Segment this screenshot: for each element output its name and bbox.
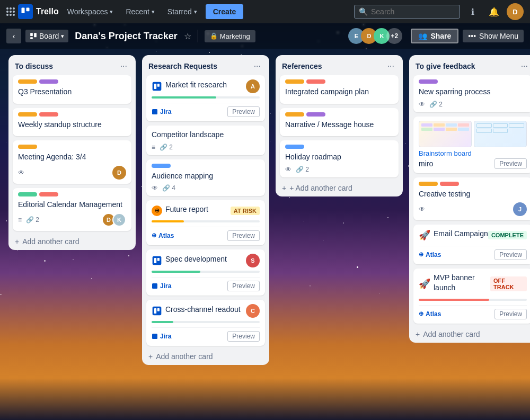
search-input[interactable]: [371, 7, 445, 16]
complete-badge: COMPLETE: [488, 231, 527, 239]
card-email-campaign[interactable]: 🚀 Email Campaign COMPLETE ⊕ Atlas Previe…: [413, 225, 530, 264]
label-orange: [18, 112, 37, 117]
preview-button[interactable]: Preview: [494, 249, 527, 260]
card-editorial-calendar[interactable]: Editorial Calendar Management ≡ 🔗 2 D K: [13, 188, 131, 231]
card-title: Creative testing: [419, 189, 527, 200]
card-title: Narrative / Message house: [285, 120, 393, 130]
card-cross-channel[interactable]: Cross-channel readout C Jira Preview: [146, 300, 265, 346]
search-box[interactable]: 🔍: [354, 5, 460, 19]
notifications-button[interactable]: 🔔: [485, 3, 502, 20]
attachment-icon: 🔗 2: [296, 166, 309, 173]
card-title: Editorial Calendar Management: [18, 200, 126, 210]
card-title: Email Campaign: [434, 229, 488, 239]
card-title: Q3 Presentation: [18, 87, 126, 97]
card-market-fit[interactable]: Market fit research A Jira Preview: [146, 75, 265, 121]
card-meeting-agenda[interactable]: Meeting Agenda: 3/4 👁 D: [13, 140, 131, 184]
label-red: [39, 112, 58, 117]
card-narrative-message[interactable]: Narrative / Message house: [280, 108, 399, 137]
card-integration: ⊕ Atlas Preview: [419, 305, 527, 319]
column-cards: New sparring process 👁 🔗 2: [409, 75, 530, 326]
column-menu-button[interactable]: ···: [385, 60, 396, 72]
card-title: Future report: [165, 204, 208, 215]
show-menu-button[interactable]: ••• Show Menu: [463, 30, 524, 42]
watch-icon: 👁: [285, 166, 292, 173]
label-orange: [285, 112, 304, 117]
board-type-button[interactable]: Board ▾: [25, 30, 68, 42]
card-weekly-standup[interactable]: Weekly standup structure: [13, 108, 131, 137]
card-title: Cross-channel readout: [165, 305, 241, 315]
info-button[interactable]: ℹ: [464, 3, 481, 20]
column-title: References: [282, 62, 322, 70]
trello-logo[interactable]: Trello: [18, 4, 59, 19]
column-menu-button[interactable]: ···: [252, 60, 263, 72]
plus-icon: +: [15, 237, 19, 246]
grid-menu-icon[interactable]: [6, 7, 14, 16]
card-spec-development[interactable]: Spec development S Jira Preview: [146, 249, 265, 296]
card-new-sparring[interactable]: New sparring process 👁 🔗 2: [413, 75, 530, 112]
workspaces-button[interactable]: Workspaces ▾: [63, 5, 118, 18]
preview-button[interactable]: Preview: [494, 309, 527, 319]
card-audience-mapping[interactable]: Audience mapping 👁 🔗 4: [146, 159, 265, 196]
board-content: To discuss ··· Q3 Presentation: [0, 49, 530, 420]
preview-button[interactable]: Preview: [494, 158, 527, 169]
label-orange: [285, 79, 304, 84]
card-avatar: D: [112, 166, 126, 180]
column-title: To give feedback: [416, 62, 475, 70]
label-purple: [39, 79, 58, 84]
add-card-button[interactable]: + + Add another card: [276, 180, 403, 196]
card-labels: [419, 79, 527, 84]
card-labels: [419, 182, 527, 186]
card-labels: [18, 145, 126, 149]
workspace-button[interactable]: 🔒 Marketing: [205, 30, 255, 42]
progress-fill: [152, 220, 184, 222]
brainstorm-link[interactable]: Brainstorm board: [419, 149, 527, 157]
preview-button[interactable]: Preview: [227, 230, 260, 241]
back-button[interactable]: ‹: [6, 29, 21, 43]
user-avatar[interactable]: D: [507, 3, 524, 20]
create-button[interactable]: Create: [206, 4, 244, 19]
preview-button[interactable]: Preview: [227, 331, 260, 342]
column-menu-button[interactable]: ···: [118, 60, 129, 72]
progress-bar: [419, 299, 527, 301]
column-menu-button[interactable]: ···: [519, 60, 530, 72]
column-to-discuss: To discuss ··· Q3 Presentation: [8, 55, 136, 250]
card-labels: [285, 145, 393, 149]
card-mvp-banner[interactable]: 🚀 MVP banner launch OFF TRACK ⊕ Atlas Pr…: [413, 269, 530, 324]
miro-preview: [419, 121, 527, 147]
card-title: Weekly standup structure: [18, 120, 126, 130]
attachment-icon: 🔗 2: [160, 144, 173, 151]
chevron-down-icon: ▾: [194, 8, 197, 15]
card-avatar: A: [246, 79, 260, 93]
card-brainstorm-miro[interactable]: Brainstorm board miro Preview: [413, 117, 530, 173]
card-integrated-campaign[interactable]: Integrated campaign plan: [280, 75, 399, 104]
add-card-button[interactable]: + Add another card: [142, 348, 269, 365]
add-card-button[interactable]: + Add another card: [409, 326, 530, 343]
member-count[interactable]: +2: [386, 28, 402, 44]
svg-rect-2: [30, 33, 33, 36]
card-avatar: C: [246, 304, 260, 318]
atlas-integration-label: ⊕ Atlas: [419, 310, 441, 318]
svg-rect-13: [153, 306, 162, 315]
card-competitor[interactable]: Competitor landscape ≡ 🔗 2: [146, 126, 265, 155]
preview-button[interactable]: Preview: [227, 106, 260, 117]
search-icon: 🔍: [359, 7, 368, 16]
svg-rect-9: [153, 256, 162, 265]
card-title: Meeting Agenda: 3/4: [18, 152, 126, 163]
share-button[interactable]: 👥 Share: [411, 29, 458, 43]
starred-button[interactable]: Starred ▾: [163, 5, 201, 18]
card-q3-presentation[interactable]: Q3 Presentation: [13, 75, 131, 104]
plus-icon: +: [416, 330, 420, 338]
card-future-report[interactable]: ⊕ Future report AT RISK ⊕ Atlas Preview: [146, 200, 265, 245]
chevron-down-icon: ▾: [61, 33, 64, 40]
column-header-feedback: To give feedback ···: [409, 55, 530, 75]
card-meta: 👁 🔗 2: [285, 166, 393, 173]
recent-button[interactable]: Recent ▾: [121, 5, 158, 18]
star-icon[interactable]: ☆: [184, 31, 191, 41]
trello-logo-icon: [18, 4, 33, 19]
progress-fill: [419, 299, 489, 301]
preview-button[interactable]: Preview: [227, 281, 260, 291]
column-research-requests: Research Requests ··· Market fit researc…: [142, 55, 269, 365]
card-holiday-roadmap[interactable]: Holiday roadmap 👁 🔗 2: [280, 140, 399, 177]
card-creative-testing[interactable]: Creative testing 👁 J: [413, 177, 530, 221]
add-card-button[interactable]: + Add another card: [8, 233, 136, 250]
